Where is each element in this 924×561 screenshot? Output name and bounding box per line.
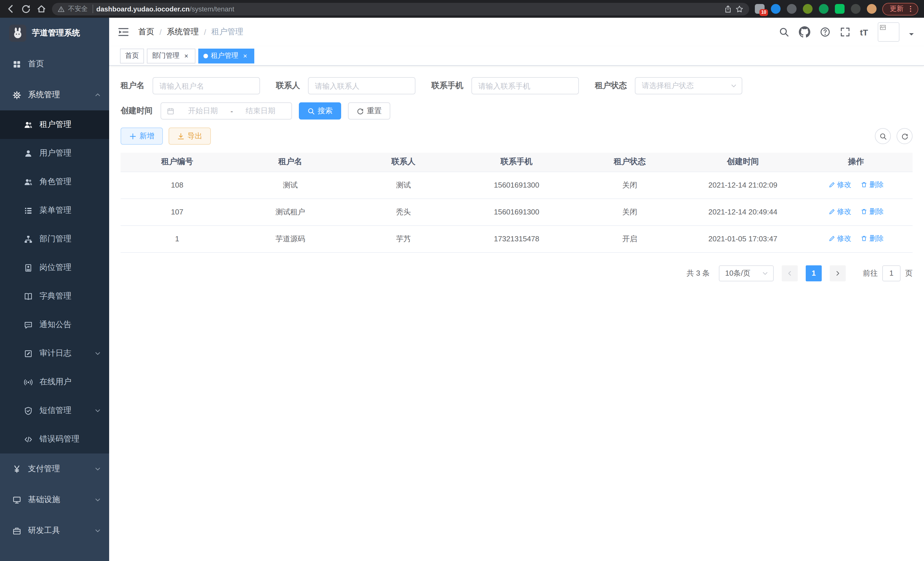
chevron-down-icon (94, 407, 101, 414)
extension-icon[interactable] (787, 4, 796, 14)
table-toolbar: 新增 导出 (121, 128, 913, 145)
dropdown-caret-icon[interactable] (909, 33, 914, 38)
filter-row-2: 创建时间 开始日期 - 结束日期 搜索 重置 (121, 102, 913, 120)
goto-label: 前往 (863, 268, 878, 278)
chevron-right-icon (834, 270, 841, 277)
export-button[interactable]: 导出 (169, 128, 211, 145)
sidebar-item-dict[interactable]: 字典管理 (0, 282, 109, 311)
status-select[interactable]: 请选择租户状态 (635, 77, 742, 94)
close-icon[interactable]: × (241, 52, 249, 60)
extension-icon[interactable] (819, 4, 829, 14)
delete-link[interactable]: 删除 (861, 234, 884, 244)
table-row[interactable]: 1 芋道源码 芋艿 17321315478 开启 2021-01-05 17:0… (121, 225, 913, 252)
hamburger-icon[interactable] (118, 26, 129, 38)
close-icon[interactable]: × (182, 52, 190, 60)
delete-link[interactable]: 删除 (861, 180, 884, 190)
contact-input[interactable] (308, 77, 416, 94)
sidebar-item-notice[interactable]: 通知公告 (0, 311, 109, 339)
date-range-picker[interactable]: 开始日期 - 结束日期 (160, 102, 292, 120)
question-icon[interactable] (820, 27, 830, 37)
toggle-search-button[interactable] (875, 128, 891, 144)
toolbox-icon (13, 526, 21, 535)
pencil-icon (828, 235, 835, 242)
refresh-button[interactable] (897, 128, 913, 144)
tab-dept[interactable]: 部门管理 × (147, 48, 195, 63)
extension-icon[interactable] (771, 4, 781, 14)
edit-link[interactable]: 修改 (828, 180, 851, 190)
app-logo[interactable]: 芋道管理系统 (0, 18, 109, 49)
page-number-button[interactable]: 1 (806, 265, 822, 281)
search-icon[interactable] (779, 27, 789, 37)
sidebar-item-online-user[interactable]: 在线用户 (0, 368, 109, 396)
bookmark-star-icon[interactable] (735, 5, 743, 13)
security-label[interactable]: 不安全 (68, 5, 93, 13)
reset-button[interactable]: 重置 (348, 102, 390, 120)
avatar[interactable] (878, 22, 899, 42)
edit-link[interactable]: 修改 (828, 207, 851, 217)
url-text: dashboard.yudao.iocoder.cn/system/tenant (96, 5, 234, 13)
col-status: 租户状态 (573, 153, 686, 171)
book-icon (24, 292, 33, 301)
home-icon[interactable] (37, 4, 46, 14)
breadcrumb-system[interactable]: 系统管理 (167, 27, 199, 37)
tenant-name-input[interactable] (153, 77, 260, 94)
delete-link[interactable]: 删除 (861, 207, 884, 217)
add-button[interactable]: 新增 (121, 128, 163, 145)
col-tenant-id: 租户编号 (121, 153, 234, 171)
navbar-actions: tT (779, 22, 914, 42)
org-tree-icon (24, 235, 33, 243)
cell-tenant-name: 测试租户 (234, 199, 347, 225)
sidebar-item-user[interactable]: 用户管理 (0, 139, 109, 168)
sidebar-item-system[interactable]: 系统管理 (0, 80, 109, 110)
trash-icon (861, 235, 868, 242)
goto-page-input[interactable] (882, 265, 901, 281)
trash-icon (861, 208, 868, 215)
contact-label: 联系人 (276, 81, 300, 91)
profile-avatar-icon[interactable] (867, 4, 877, 14)
font-size-icon[interactable]: tT (860, 27, 868, 37)
sidebar-item-sms[interactable]: 短信管理 (0, 396, 109, 425)
tab-home[interactable]: 首页 (120, 48, 144, 63)
date-start[interactable]: 开始日期 (178, 106, 228, 116)
sidebar-item-home[interactable]: 首页 (0, 49, 109, 80)
breadcrumb-home[interactable]: 首页 (138, 27, 154, 37)
search-button[interactable]: 搜索 (299, 102, 341, 120)
fullscreen-icon[interactable] (840, 27, 850, 37)
date-end[interactable]: 结束日期 (235, 106, 286, 116)
table-row[interactable]: 107 测试租户 秃头 15601691300 关闭 2021-12-14 20… (121, 199, 913, 225)
chevron-down-icon (94, 465, 101, 472)
sidebar-item-infra[interactable]: 基础设施 (0, 484, 109, 515)
next-page-button[interactable] (830, 265, 846, 281)
sidebar-item-post[interactable]: 岗位管理 (0, 253, 109, 282)
page-size-select[interactable]: 10条/页 (719, 265, 774, 281)
edit-link[interactable]: 修改 (828, 234, 851, 244)
sidebar-item-tenant[interactable]: 租户管理 (0, 110, 109, 139)
tab-tenant[interactable]: 租户管理 × (198, 48, 254, 63)
share-icon[interactable] (724, 5, 732, 13)
sidebar-item-error-code[interactable]: 错误码管理 (0, 425, 109, 453)
extension-icon[interactable] (851, 4, 861, 14)
extension-icon[interactable]: 10 (755, 4, 765, 14)
cell-status: 关闭 (573, 199, 686, 225)
sidebar-item-audit-log[interactable]: 审计日志 (0, 339, 109, 368)
sidebar-item-role[interactable]: 角色管理 (0, 168, 109, 196)
address-bar[interactable]: 不安全 dashboard.yudao.iocoder.cn/system/te… (52, 3, 749, 15)
table-row[interactable]: 108 测试 测试 15601691300 关闭 2021-12-14 21:0… (121, 171, 913, 199)
back-icon[interactable] (6, 4, 15, 14)
extension-icon[interactable] (835, 4, 844, 14)
sidebar-item-payment[interactable]: 支付管理 (0, 453, 109, 484)
pencil-icon (828, 208, 835, 215)
sidebar-item-dept[interactable]: 部门管理 (0, 225, 109, 253)
broken-image-icon (879, 24, 886, 31)
col-phone: 联系手机 (460, 153, 573, 171)
reload-icon[interactable] (21, 4, 31, 14)
sidebar-item-dev-tools[interactable]: 研发工具 (0, 515, 109, 546)
pagination: 共 3 条 10条/页 1 前往 页 (121, 265, 913, 281)
chrome-update-menu-button[interactable]: 更新 (882, 3, 918, 15)
sidebar-item-menu[interactable]: 菜单管理 (0, 196, 109, 225)
prev-page-button[interactable] (782, 265, 798, 281)
phone-input[interactable] (471, 77, 579, 94)
tenant-name-label: 租户名 (121, 81, 145, 91)
extension-icon[interactable] (803, 4, 813, 14)
github-icon[interactable] (799, 26, 810, 38)
